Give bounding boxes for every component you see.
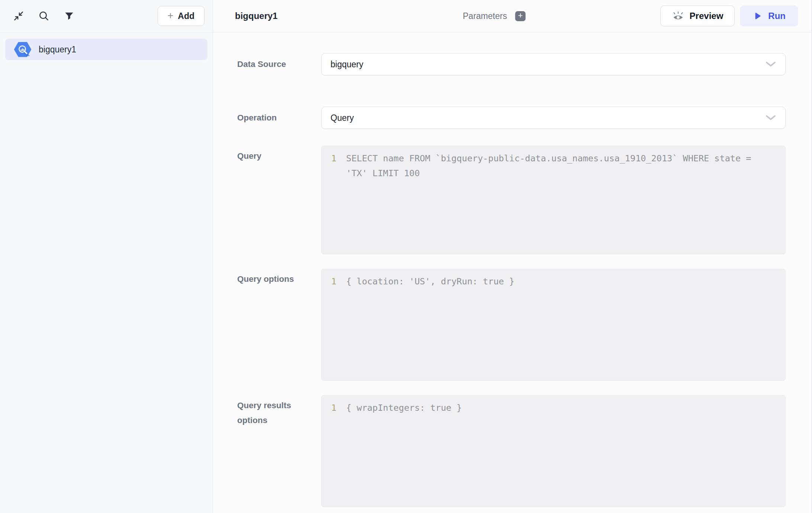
line-number: 1 xyxy=(330,400,336,415)
query-sidebar: + Add bigquery1 xyxy=(0,0,213,513)
parameters-group: Parameters + xyxy=(463,11,526,21)
line-number: 1 xyxy=(330,274,336,289)
chevron-down-icon xyxy=(765,61,776,68)
query-options-placeholder-text: { location: 'US', dryRun: true } xyxy=(346,274,515,289)
query-options-editor[interactable]: 1 { location: 'US', dryRun: true } xyxy=(321,269,786,381)
query-results-options-editor[interactable]: 1 { wrapIntegers: true } xyxy=(321,395,786,507)
preview-button[interactable]: Preview xyxy=(660,6,735,26)
collapse-arrows-icon xyxy=(13,10,25,22)
data-source-value: bigquery xyxy=(331,59,363,70)
filter-funnel-icon xyxy=(64,10,75,22)
query-panel: + Add bigquery1 xyxy=(0,0,812,513)
preview-button-label: Preview xyxy=(690,11,724,21)
query-header: bigquery1 Parameters + xyxy=(213,0,811,32)
query-placeholder-text: SELECT name FROM `bigquery-public-data.u… xyxy=(346,151,766,181)
query-title: bigquery1 xyxy=(235,11,278,21)
add-button-label: Add xyxy=(178,11,194,21)
query-label: Query xyxy=(237,146,304,254)
query-code-editor[interactable]: 1 SELECT name FROM `bigquery-public-data… xyxy=(321,146,786,254)
add-parameter-button[interactable]: + xyxy=(515,11,526,21)
sidebar-toolbar: + Add xyxy=(0,0,213,32)
query-results-options-placeholder-text: { wrapIntegers: true } xyxy=(346,400,462,415)
query-form: Data Source bigquery Operation xyxy=(213,32,811,507)
operation-value: Query xyxy=(331,113,354,123)
chevron-down-icon xyxy=(765,114,776,121)
operation-label: Operation xyxy=(237,110,304,125)
data-source-label: Data Source xyxy=(237,57,304,72)
query-results-options-label: Query results options xyxy=(237,395,304,507)
bigquery-icon xyxy=(14,41,31,58)
search-button[interactable] xyxy=(37,9,51,23)
query-options-label: Query options xyxy=(237,269,304,381)
parameters-label: Parameters xyxy=(463,11,507,21)
line-number: 1 xyxy=(330,151,336,166)
operation-select[interactable]: Query xyxy=(321,107,786,129)
run-button[interactable]: Run xyxy=(740,6,798,26)
add-query-button[interactable]: + Add xyxy=(158,6,205,26)
run-button-label: Run xyxy=(768,11,786,21)
eye-icon xyxy=(672,10,684,22)
plus-icon: + xyxy=(168,11,174,21)
query-list: bigquery1 xyxy=(0,32,213,67)
query-editor-panel: bigquery1 Parameters + xyxy=(213,0,811,513)
query-list-item-bigquery1[interactable]: bigquery1 xyxy=(5,39,207,60)
collapse-panel-button[interactable] xyxy=(12,9,25,23)
play-icon xyxy=(753,11,762,21)
filter-button[interactable] xyxy=(62,9,76,23)
search-icon xyxy=(38,10,50,22)
query-item-name: bigquery1 xyxy=(39,45,76,55)
data-source-select[interactable]: bigquery xyxy=(321,53,786,75)
